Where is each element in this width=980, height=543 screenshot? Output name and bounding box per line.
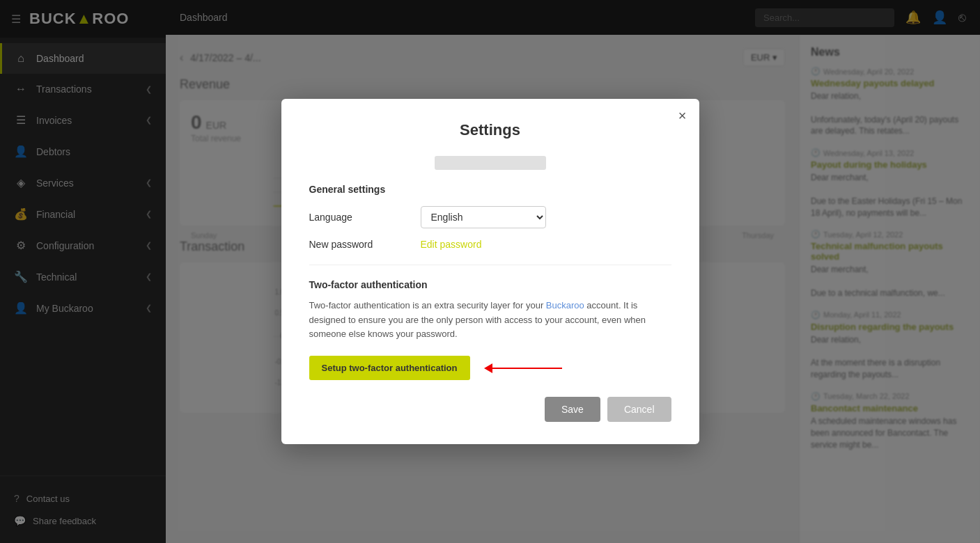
arrow-indicator bbox=[484, 363, 562, 373]
new-password-label: New password bbox=[309, 239, 421, 250]
setup-tfa-button[interactable]: Setup two-factor authentication bbox=[309, 356, 470, 380]
cancel-button[interactable]: Cancel bbox=[607, 397, 671, 422]
password-row: New password Edit password bbox=[309, 238, 671, 251]
tfa-description: Two-factor authentication is an extra se… bbox=[309, 299, 671, 342]
language-select[interactable]: English Dutch German French bbox=[421, 206, 546, 228]
save-button[interactable]: Save bbox=[545, 397, 600, 422]
settings-modal: × Settings General settings Language Eng… bbox=[281, 99, 699, 444]
general-settings-title: General settings bbox=[309, 184, 671, 195]
password-value: Edit password bbox=[421, 238, 671, 251]
arrow-head bbox=[484, 363, 492, 373]
modal-divider bbox=[309, 265, 671, 265]
language-label: Language bbox=[309, 212, 421, 223]
arrow-line bbox=[492, 368, 562, 369]
modal-title: Settings bbox=[309, 121, 671, 139]
buckaroo-link[interactable]: Buckaroo bbox=[546, 300, 584, 310]
modal-footer: Save Cancel bbox=[309, 397, 671, 422]
tfa-button-row: Setup two-factor authentication bbox=[309, 356, 671, 380]
language-row: Language English Dutch German French bbox=[309, 206, 671, 228]
language-value: English Dutch German French bbox=[421, 206, 671, 228]
edit-password-link[interactable]: Edit password bbox=[421, 239, 482, 250]
tfa-title: Two-factor authentication bbox=[309, 279, 671, 290]
modal-overlay[interactable]: × Settings General settings Language Eng… bbox=[0, 0, 980, 543]
modal-close-button[interactable]: × bbox=[678, 109, 687, 123]
modal-avatar-placeholder bbox=[435, 156, 546, 170]
